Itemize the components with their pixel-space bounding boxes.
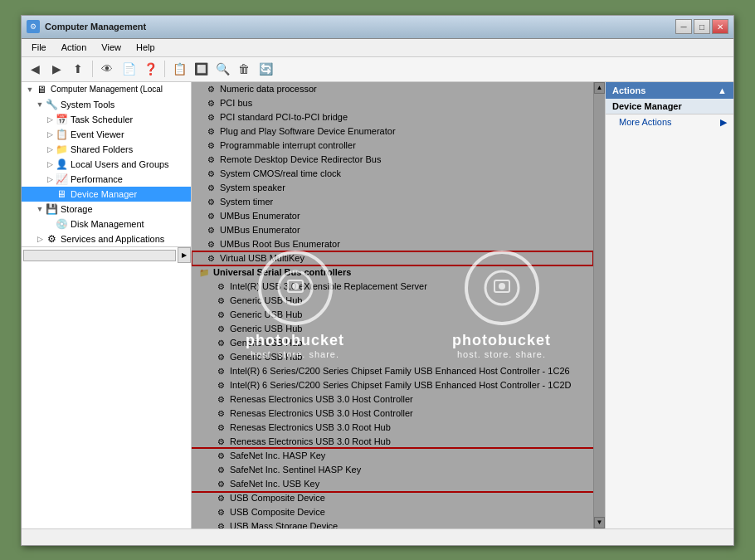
device-speaker[interactable]: ⚙ System speaker <box>192 181 593 195</box>
show-hide-button[interactable]: 👁 <box>97 59 117 79</box>
device-renesas-host-2[interactable]: ⚙ Renesas Electronics USB 3.0 Host Contr… <box>192 407 593 421</box>
scan-button[interactable]: 🔍 <box>212 59 232 79</box>
device-generic-hub-3[interactable]: ⚙ Generic USB Hub <box>192 322 593 336</box>
tree-item-local-users[interactable]: ▷ 👤 Local Users and Groups <box>22 157 191 172</box>
safenet-group: ⚙ SafeNet Inc. HASP Key ⚙ SafeNet Inc. S… <box>192 449 593 491</box>
device-usb-composite-1[interactable]: ⚙ USB Composite Device <box>192 491 593 505</box>
toggle-system-tools[interactable]: ▼ <box>35 100 45 110</box>
icon-system-tools: 🔧 <box>45 98 58 111</box>
device-renesas-host-1[interactable]: ⚙ Renesas Electronics USB 3.0 Host Contr… <box>192 392 593 407</box>
device-safenet-usb-key[interactable]: ⚙ SafeNet Inc. USB Key <box>192 477 593 491</box>
label-disk-management: Disk Management <box>71 219 191 229</box>
menu-file[interactable]: File <box>25 41 53 54</box>
device-usb-mass-storage[interactable]: ⚙ USB Mass Storage Device <box>192 519 593 528</box>
toggle-services[interactable]: ▷ <box>35 234 45 244</box>
device-intel-1c2d[interactable]: ⚙ Intel(R) 6 Series/C200 Series Chipset … <box>192 378 593 392</box>
tree-item-task-scheduler[interactable]: ▷ 📅 Task Scheduler <box>22 112 191 127</box>
device-numeric-processor[interactable]: ⚙ Numeric data processor <box>192 82 593 96</box>
scroll-track[interactable] <box>23 250 176 261</box>
device-pci-bridge[interactable]: ⚙ PCI standard PCI-to-PCI bridge <box>192 110 593 124</box>
device-label: Renesas Electronics USB 3.0 Host Control… <box>230 408 413 418</box>
tree-item-event-viewer[interactable]: ▷ 📋 Event Viewer <box>22 127 191 142</box>
icon-local-users: 👤 <box>55 158 68 171</box>
left-panel: ▼ 🖥 Computer Management (Local ▼ 🔧 Syste… <box>22 82 192 528</box>
tree-item-shared-folders[interactable]: ▷ 📁 Shared Folders <box>22 142 191 157</box>
up-button[interactable]: ⬆ <box>68 59 88 79</box>
label-shared-folders: Shared Folders <box>71 144 191 154</box>
forward-button[interactable]: ▶ <box>46 59 66 79</box>
device-icon: ⚙ <box>215 323 226 334</box>
export-button[interactable]: 📋 <box>169 59 189 79</box>
device-group-label: Universal Serial Bus controllers <box>213 267 351 277</box>
center-panel: ⚙ Numeric data processor ⚙ PCI bus ⚙ PCI… <box>192 82 593 528</box>
view-button[interactable]: 🔲 <box>191 59 211 79</box>
device-safenet-sentinel[interactable]: ⚙ SafeNet Inc. Sentinel HASP Key <box>192 463 593 477</box>
device-safenet-hasp[interactable]: ⚙ SafeNet Inc. HASP Key <box>192 449 593 463</box>
device-renesas-root-2[interactable]: ⚙ Renesas Electronics USB 3.0 Root Hub <box>192 435 593 449</box>
tree-item-system-tools[interactable]: ▼ 🔧 System Tools <box>22 97 191 112</box>
device-virtual-usb-multikey[interactable]: ⚙ Virtual USB MultiKey <box>192 251 593 265</box>
uninstall-button[interactable]: 🗑 <box>234 59 254 79</box>
tree-item-storage[interactable]: ▼ 💾 Storage <box>22 202 191 217</box>
toggle-storage[interactable]: ▼ <box>35 204 45 214</box>
device-icon: ⚙ <box>205 196 217 207</box>
tree-item-performance[interactable]: ▷ 📈 Performance <box>22 172 191 187</box>
device-label: Renesas Electronics USB 3.0 Root Hub <box>230 422 391 432</box>
icon-storage: 💾 <box>45 202 58 216</box>
actions-section-label: Device Manager <box>612 101 682 111</box>
device-intel-1c26[interactable]: ⚙ Intel(R) 6 Series/C200 Series Chipset … <box>192 364 593 378</box>
device-icon: ⚙ <box>205 111 217 123</box>
device-prog-int[interactable]: ⚙ Programmable interrupt controller <box>192 139 593 153</box>
device-usb-composite-2[interactable]: ⚙ USB Composite Device <box>192 505 593 519</box>
help-button[interactable]: ❓ <box>140 59 160 79</box>
tree-item-device-manager[interactable]: 🖥 Device Manager <box>22 187 191 202</box>
device-umbus-enum2[interactable]: ⚙ UMBus Enumerator <box>192 223 593 237</box>
device-intel-usb30-ext[interactable]: ⚙ Intel(R) USB 3.0 eXtensible Replacemen… <box>192 280 593 294</box>
window-icon: ⚙ <box>27 20 40 33</box>
tree-item-root[interactable]: ▼ 🖥 Computer Management (Local <box>22 82 191 97</box>
scroll-up-btn[interactable]: ▲ <box>594 82 605 94</box>
main-area: ▼ 🖥 Computer Management (Local ▼ 🔧 Syste… <box>22 82 733 528</box>
device-generic-hub-4[interactable]: ⚙ Generic USB Hub <box>192 336 593 350</box>
device-renesas-root-1[interactable]: ⚙ Renesas Electronics USB 3.0 Root Hub <box>192 421 593 435</box>
scroll-down-btn[interactable]: ▼ <box>594 517 605 528</box>
device-umbus-enum1[interactable]: ⚙ UMBus Enumerator <box>192 209 593 223</box>
device-generic-hub-2[interactable]: ⚙ Generic USB Hub <box>192 308 593 322</box>
update-button[interactable]: 🔄 <box>256 59 275 79</box>
menu-help[interactable]: Help <box>129 41 162 54</box>
scroll-right-btn[interactable]: ▶ <box>178 247 191 263</box>
device-generic-hub-1[interactable]: ⚙ Generic USB Hub <box>192 294 593 308</box>
device-icon: ⚙ <box>215 280 226 292</box>
menu-view[interactable]: View <box>95 41 128 54</box>
properties-button[interactable]: 📄 <box>119 59 139 79</box>
tree-item-services[interactable]: ▷ ⚙ Services and Applications <box>22 231 191 246</box>
minimize-button[interactable]: ─ <box>675 19 692 34</box>
toggle-event-viewer[interactable]: ▷ <box>45 129 55 139</box>
device-label: Generic USB Hub <box>230 324 302 334</box>
close-button[interactable]: ✕ <box>712 19 728 34</box>
toggle-local-users[interactable]: ▷ <box>45 159 55 169</box>
toggle-task-scheduler[interactable]: ▷ <box>45 114 55 124</box>
device-sys-timer[interactable]: ⚙ System timer <box>192 195 593 209</box>
toggle-shared-folders[interactable]: ▷ <box>45 144 55 154</box>
device-label: Programmable interrupt controller <box>220 140 356 150</box>
tree-item-disk-management[interactable]: 💿 Disk Management <box>22 217 191 231</box>
toggle-performance[interactable]: ▷ <box>45 174 55 184</box>
device-plug-play[interactable]: ⚙ Plug and Play Software Device Enumerat… <box>192 124 593 139</box>
scroll-track-center[interactable] <box>594 94 605 517</box>
icon-device-manager: 🖥 <box>55 187 68 201</box>
device-pci-bus[interactable]: ⚙ PCI bus <box>192 96 593 110</box>
device-umbus-root[interactable]: ⚙ UMBus Root Bus Enumerator <box>192 237 593 251</box>
device-usb-controllers-group[interactable]: 📁 Universal Serial Bus controllers <box>192 265 593 280</box>
toggle-root[interactable]: ▼ <box>25 85 35 95</box>
back-button[interactable]: ◀ <box>25 59 45 79</box>
label-root: Computer Management (Local <box>51 85 191 94</box>
device-icon: ⚙ <box>205 224 217 236</box>
actions-more-actions[interactable]: More Actions ▶ <box>606 114 733 130</box>
actions-collapse-icon[interactable]: ▲ <box>718 85 727 95</box>
menu-action[interactable]: Action <box>55 41 94 54</box>
maximize-button[interactable]: □ <box>694 19 710 34</box>
device-generic-hub-5[interactable]: ⚙ Generic USB Hub <box>192 350 593 364</box>
device-rdp-bus[interactable]: ⚙ Remote Desktop Device Redirector Bus <box>192 153 593 167</box>
device-cmos[interactable]: ⚙ System CMOS/real time clock <box>192 167 593 181</box>
